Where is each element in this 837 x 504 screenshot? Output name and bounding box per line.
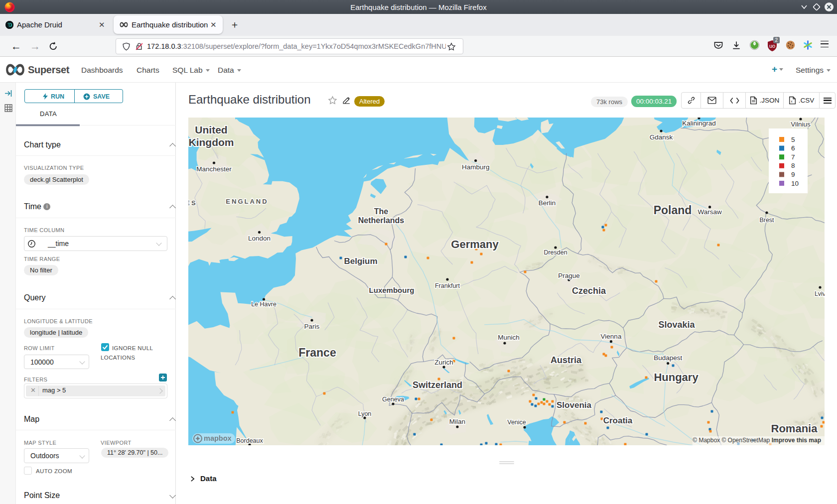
svg-text:9: 9 [791, 171, 795, 178]
svg-text:United: United [195, 124, 227, 135]
svg-text:The: The [374, 207, 389, 216]
svg-text:Bordeaux: Bordeaux [236, 437, 263, 444]
svg-text:Croatia: Croatia [603, 416, 633, 425]
svg-text:Manchester: Manchester [196, 165, 232, 173]
svg-text:Zurich: Zurich [434, 359, 453, 366]
svg-text:Netherlands: Netherlands [358, 216, 405, 225]
svg-text:mapbox: mapbox [204, 434, 232, 442]
svg-text:France: France [298, 346, 336, 359]
svg-text:ES: ES [188, 199, 197, 207]
svg-text:Paris: Paris [304, 323, 320, 330]
svg-text:Budapest: Budapest [654, 354, 682, 362]
svg-text:Switzerland: Switzerland [413, 380, 462, 390]
svg-text:© Mapbox © OpenStreetMap Impro: © Mapbox © OpenStreetMap Improve this ma… [693, 437, 821, 444]
svg-text:Belgium: Belgium [344, 256, 377, 266]
svg-text:Frankfurt: Frankfurt [435, 282, 460, 289]
svg-text:x: x [791, 100, 793, 104]
svg-text:Slovakia: Slovakia [658, 320, 695, 330]
svg-text:Brest: Brest [759, 217, 774, 224]
svg-text:Austria: Austria [551, 355, 582, 365]
svg-text:Luxembourg: Luxembourg [369, 286, 415, 294]
svg-text:6: 6 [791, 144, 795, 152]
svg-text:Czechia: Czechia [572, 286, 606, 296]
svg-text:Milan: Milan [449, 418, 465, 425]
svg-text:Romania: Romania [771, 422, 818, 435]
svg-text:Warsaw: Warsaw [698, 208, 722, 216]
svg-text:ENGLAND: ENGLAND [226, 198, 268, 205]
svg-text:Lyon: Lyon [358, 410, 372, 417]
svg-text:5: 5 [791, 136, 795, 143]
svg-text:Slovenia: Slovenia [557, 400, 591, 410]
svg-text:Dresden: Dresden [544, 249, 567, 256]
svg-text:7: 7 [791, 153, 795, 161]
svg-text:Kaliningrad: Kaliningrad [682, 120, 716, 127]
svg-text:Berlin: Berlin [539, 199, 556, 207]
svg-text:Lviv: Lviv [815, 290, 825, 297]
svg-text:Hungary: Hungary [654, 371, 698, 383]
svg-text:Vienna: Vienna [601, 333, 622, 340]
svg-text:Geneva: Geneva [382, 396, 404, 403]
svg-text:Germany: Germany [451, 238, 499, 251]
svg-text:Prague: Prague [558, 272, 580, 279]
svg-text:8: 8 [791, 162, 795, 169]
svg-text:Munich: Munich [498, 334, 520, 341]
svg-text:Gdansk: Gdansk [650, 133, 673, 141]
svg-text:Venice: Venice [507, 419, 526, 426]
svg-text:Hamburg: Hamburg [462, 163, 490, 171]
svg-text:Poland: Poland [654, 204, 692, 217]
svg-text:London: London [248, 235, 271, 242]
svg-text:Le Havre: Le Havre [251, 301, 277, 308]
svg-text:uo: uo [769, 43, 775, 49]
svg-text:Vilnius: Vilnius [791, 121, 811, 128]
svg-text:10: 10 [791, 180, 799, 187]
svg-text:Kingdom: Kingdom [189, 136, 234, 148]
